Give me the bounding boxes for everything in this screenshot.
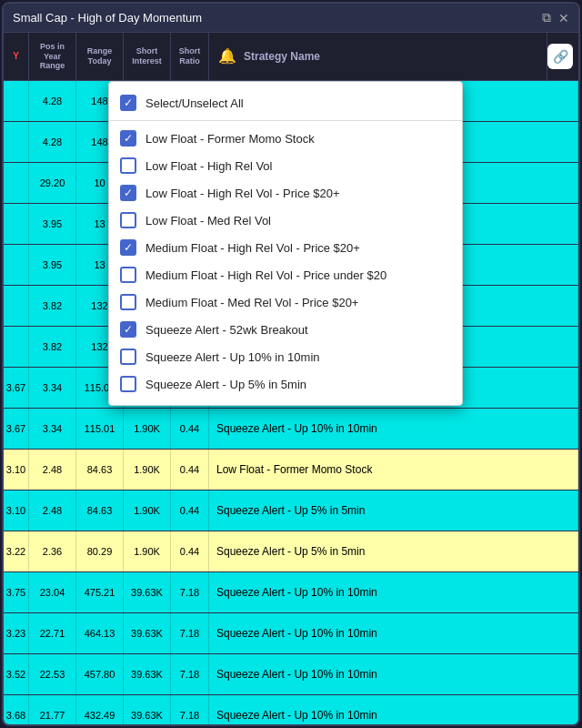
checkbox-5[interactable]: [120, 267, 136, 283]
dropdown-item-9[interactable]: Squeeze Alert - Up 5% in 5min: [109, 370, 462, 398]
dropdown-item-7[interactable]: ✓ Squeeze Alert - 52wk Breakout: [109, 316, 462, 343]
dropdown-item-1[interactable]: Low Float - High Rel Vol: [109, 152, 462, 179]
table-row: 3.75 23.04 475.21 39.63K 7.18 Squeeze Al…: [4, 572, 578, 613]
dropdown-label-6: Medium Float - Med Rel Vol - Price $20+: [146, 296, 358, 309]
checkbox-3[interactable]: [120, 212, 136, 228]
external-button[interactable]: ⧉: [542, 10, 551, 25]
checkbox-4[interactable]: ✓: [120, 239, 136, 256]
col-header-short-ratio: Short Ratio: [171, 33, 209, 80]
checkbox-8[interactable]: [120, 349, 136, 365]
dropdown-label-3: Low Float - Med Rel Vol: [146, 214, 271, 228]
dropdown-item-5[interactable]: Medium Float - High Rel Vol - Price unde…: [109, 261, 462, 288]
col-header-short-interest: Short Interest: [124, 33, 171, 80]
strategy-label: Strategy Name: [244, 50, 320, 63]
col-header-y: Y: [4, 33, 29, 80]
checkbox-7[interactable]: ✓: [120, 321, 136, 338]
table-row: 3.52 22.53 457.80 39.63K 7.18 Squeeze Al…: [4, 654, 578, 695]
table-row: 3.23 22.71 464.13 39.63K 7.18 Squeeze Al…: [4, 613, 578, 654]
col-header-pos: Pos in Year Range: [29, 33, 76, 80]
checkbox-1[interactable]: [120, 157, 136, 174]
dropdown-item-4[interactable]: ✓ Medium Float - High Rel Vol - Price $2…: [109, 234, 462, 261]
dropdown-item-0[interactable]: ✓ Low Float - Former Momo Stock: [109, 125, 462, 152]
checkbox-6[interactable]: [120, 294, 136, 310]
main-window: Small Cap - High of Day Momentum ⧉ ✕ Y P…: [2, 2, 580, 726]
col-header-range: Range Today: [76, 33, 124, 80]
content-area: 4.28 148 4.28 148 29.20 10: [4, 81, 578, 724]
table-row: 3.22 2.36 80.29 1.90K 0.44 Squeeze Alert…: [4, 531, 578, 572]
dropdown-item-8[interactable]: Squeeze Alert - Up 10% in 10min: [109, 343, 462, 370]
col-header-strategy: 🔔 Strategy Name: [209, 33, 547, 80]
dropdown-label-8: Squeeze Alert - Up 10% in 10min: [146, 350, 320, 364]
dropdown-label-4: Medium Float - High Rel Vol - Price $20+: [146, 241, 360, 255]
dropdown-item-select-all[interactable]: ✓ Select/Unselect All: [109, 89, 462, 116]
link-icon: 🔗: [553, 49, 568, 64]
strategy-dropdown: ✓ Select/Unselect All ✓ Low Float - Form…: [108, 81, 463, 406]
dropdown-label-5: Medium Float - High Rel Vol - Price unde…: [146, 268, 386, 282]
checkbox-9[interactable]: [120, 376, 136, 392]
column-headers: Y Pos in Year Range Range Today Short In…: [4, 33, 578, 81]
dropdown-label: Select/Unselect All: [146, 96, 244, 110]
bell-icon[interactable]: 🔔: [218, 47, 236, 65]
link-button[interactable]: 🔗: [547, 44, 573, 69]
dropdown-label-7: Squeeze Alert - 52wk Breakout: [146, 323, 308, 337]
title-bar: Small Cap - High of Day Momentum ⧉ ✕: [4, 4, 578, 33]
dropdown-item-3[interactable]: Low Float - Med Rel Vol: [109, 207, 462, 234]
checkbox-0[interactable]: ✓: [120, 130, 136, 147]
dropdown-label-1: Low Float - High Rel Vol: [146, 159, 272, 173]
dropdown-divider: [109, 120, 462, 121]
table-row: 3.68 21.77 432.49 39.63K 7.18 Squeeze Al…: [4, 695, 578, 724]
close-button[interactable]: ✕: [558, 10, 569, 25]
dropdown-label-2: Low Float - High Rel Vol - Price $20+: [146, 187, 340, 200]
table-row: 3.10 2.48 84.63 1.90K 0.44 Low Float - F…: [4, 450, 578, 490]
dropdown-label-9: Squeeze Alert - Up 5% in 5min: [146, 378, 306, 391]
title-buttons: ⧉ ✕: [542, 10, 569, 25]
window-title: Small Cap - High of Day Momentum: [13, 11, 202, 25]
dropdown-label-0: Low Float - Former Momo Stock: [146, 132, 315, 146]
table-row: 3.67 3.34 115.01 1.90K 0.44 Squeeze Aler…: [4, 409, 578, 450]
checkbox-2[interactable]: ✓: [120, 185, 136, 201]
dropdown-item-6[interactable]: Medium Float - Med Rel Vol - Price $20+: [109, 288, 462, 316]
checkbox-select-all[interactable]: ✓: [120, 95, 136, 111]
dropdown-item-2[interactable]: ✓ Low Float - High Rel Vol - Price $20+: [109, 179, 462, 207]
table-row: 3.10 2.48 84.63 1.90K 0.44 Squeeze Alert…: [4, 490, 578, 531]
